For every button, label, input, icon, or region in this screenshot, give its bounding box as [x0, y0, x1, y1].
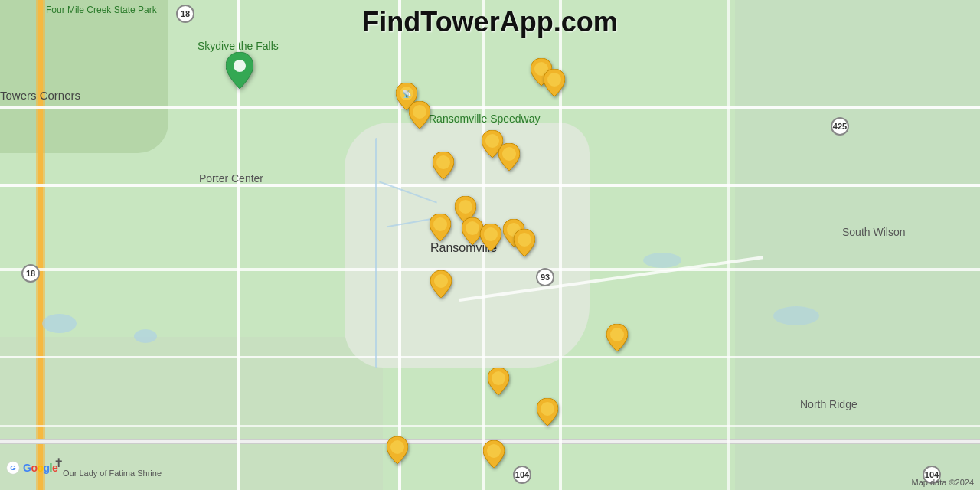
svg-text:G: G — [10, 463, 16, 472]
svg-point-7 — [502, 147, 516, 161]
route-18-shield-left: 18 — [21, 264, 40, 283]
park-area — [0, 0, 168, 153]
tower-marker[interactable] — [480, 224, 501, 251]
map-copyright: Map data ©2024 — [912, 478, 975, 487]
road-h4 — [0, 356, 980, 358]
pond4 — [773, 306, 819, 325]
east-area — [735, 0, 980, 490]
svg-point-16 — [610, 328, 624, 341]
google-g-icon: G — [6, 461, 20, 475]
svg-point-0 — [234, 60, 246, 72]
pond3 — [643, 253, 681, 268]
pond1 — [42, 314, 77, 333]
svg-point-20 — [487, 444, 501, 458]
svg-point-11 — [466, 221, 479, 235]
creek-main — [375, 138, 377, 368]
svg-point-8 — [436, 155, 450, 169]
svg-point-10 — [433, 217, 447, 231]
svg-text:📡: 📡 — [402, 89, 412, 99]
pond2 — [134, 329, 157, 343]
google-text: Google — [23, 462, 57, 474]
route-18-shield-top: 18 — [176, 5, 194, 23]
shrine-label: Our Lady of Fatima Shrine — [63, 468, 162, 479]
google-logo: G Google — [6, 461, 57, 475]
tower-marker[interactable] — [483, 440, 505, 468]
road-v5 — [727, 0, 730, 490]
svg-point-15 — [434, 274, 448, 288]
tower-marker[interactable] — [387, 436, 408, 464]
svg-point-17 — [492, 371, 505, 385]
map-container[interactable]: FindTowerApp.com 📡 — [0, 0, 980, 490]
page-title: FindTowerApp.com — [362, 6, 617, 38]
road-h1 — [0, 106, 980, 109]
svg-point-3 — [413, 105, 426, 119]
svg-point-12 — [484, 227, 498, 241]
road-v2 — [398, 0, 401, 490]
road-route18-bg — [36, 0, 45, 490]
route-425-shield: 425 — [831, 117, 849, 136]
tower-marker[interactable] — [488, 368, 509, 395]
tower-marker[interactable] — [544, 69, 565, 96]
route-104-shield: 104 — [513, 466, 531, 484]
green-location-pin[interactable] — [226, 52, 253, 92]
svg-point-19 — [390, 440, 404, 454]
tower-marker[interactable] — [498, 143, 520, 171]
svg-point-18 — [541, 402, 554, 416]
tower-marker[interactable] — [409, 101, 430, 129]
tower-marker[interactable] — [514, 229, 535, 256]
route-93-shield: 93 — [536, 268, 554, 286]
tower-marker[interactable] — [537, 398, 558, 426]
svg-point-14 — [518, 233, 531, 247]
svg-point-9 — [459, 200, 472, 214]
road-h3 — [0, 268, 980, 271]
road-h5 — [0, 425, 980, 427]
svg-point-6 — [485, 134, 499, 148]
tower-marker[interactable] — [430, 214, 451, 241]
tower-marker[interactable] — [433, 152, 454, 179]
road-h2 — [0, 184, 980, 187]
svg-point-5 — [547, 73, 561, 87]
tower-marker[interactable] — [606, 324, 628, 351]
tower-marker[interactable] — [430, 270, 452, 298]
